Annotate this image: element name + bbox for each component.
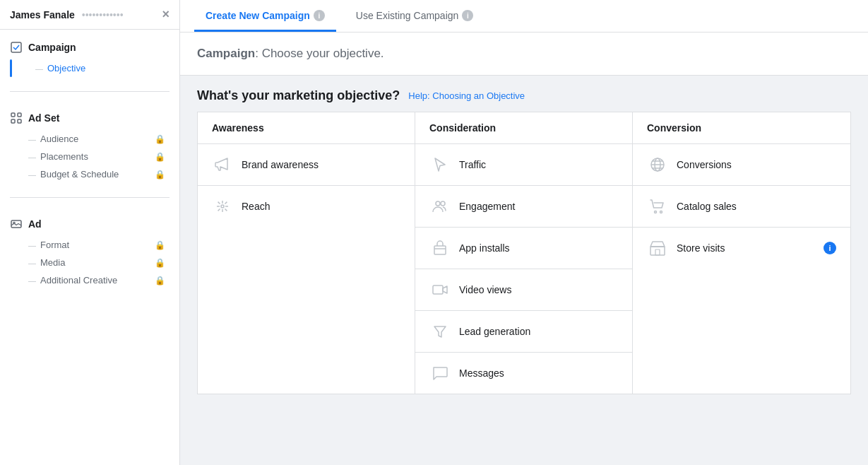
sidebar-section-ad: Ad Format 🔒 Media 🔒 Additional Creative … xyxy=(0,206,179,295)
lock-icon-budget: 🔒 xyxy=(155,170,165,179)
obj-engagement[interactable]: Engagement xyxy=(415,186,632,228)
additional-creative-label: Additional Creative xyxy=(28,275,117,286)
lock-icon-placements: 🔒 xyxy=(155,152,165,162)
objective-section-header: What's your marketing objective? Help: C… xyxy=(180,76,868,112)
sidebar-account-header[interactable]: James Fanale •••••••••••• × xyxy=(0,0,179,30)
col-header-consideration: Consideration xyxy=(415,112,633,143)
svg-line-14 xyxy=(225,202,227,204)
obj-brand-awareness[interactable]: Brand awareness xyxy=(198,144,415,186)
filter-icon xyxy=(429,321,451,342)
objective-title: What's your marketing objective? Help: C… xyxy=(197,88,851,103)
divider-1 xyxy=(10,91,170,92)
divider-2 xyxy=(10,197,170,198)
lock-icon-audience: 🔒 xyxy=(155,134,165,144)
svg-rect-28 xyxy=(650,247,665,255)
col-header-conversion: Conversion xyxy=(633,112,850,143)
traffic-label: Traffic xyxy=(459,159,486,170)
obj-reach[interactable]: Reach xyxy=(198,186,415,227)
table-header: Awareness Consideration Conversion xyxy=(198,112,850,144)
sidebar-item-format[interactable]: Format 🔒 xyxy=(10,236,170,254)
svg-rect-0 xyxy=(11,42,21,52)
people-icon xyxy=(429,196,451,217)
svg-point-26 xyxy=(655,211,657,213)
sidebar: James Fanale •••••••••••• × Campaign Obj… xyxy=(0,0,180,465)
svg-rect-4 xyxy=(18,119,21,123)
sidebar-item-media[interactable]: Media 🔒 xyxy=(10,254,170,271)
close-icon[interactable]: × xyxy=(162,7,170,22)
video-icon xyxy=(429,279,451,300)
svg-rect-30 xyxy=(655,249,660,255)
campaign-header: Campaign: Choose your objective. xyxy=(180,33,868,76)
placements-label: Placements xyxy=(28,151,88,162)
svg-rect-1 xyxy=(11,113,15,117)
svg-point-16 xyxy=(436,201,440,206)
reach-label: Reach xyxy=(242,201,270,212)
objective-table: Awareness Consideration Conversion Brand… xyxy=(197,112,851,394)
engagement-label: Engagement xyxy=(459,201,515,212)
budget-schedule-label: Budget & Schedule xyxy=(28,169,119,179)
lock-icon-media: 🔒 xyxy=(155,258,165,268)
svg-point-27 xyxy=(660,211,662,213)
lock-icon-additional: 🔒 xyxy=(155,276,165,286)
speech-bubble-icon xyxy=(429,363,451,384)
campaign-section-title: Campaign xyxy=(10,41,170,54)
obj-conversions[interactable]: Conversions xyxy=(633,144,850,186)
tab-existing-info-icon: i xyxy=(462,10,473,21)
obj-app-installs[interactable]: App installs xyxy=(415,228,632,269)
svg-point-7 xyxy=(221,205,224,208)
image-icon xyxy=(10,218,23,230)
box-icon xyxy=(429,237,451,259)
obj-store-visits[interactable]: Store visits i xyxy=(633,228,850,269)
ad-section-title: Ad xyxy=(10,218,170,230)
format-label: Format xyxy=(28,240,69,250)
audience-label: Audience xyxy=(28,134,78,144)
checkbox-icon xyxy=(10,41,23,54)
col-awareness: Brand awareness xyxy=(198,144,415,394)
reach-icon xyxy=(212,196,233,217)
obj-catalog-sales[interactable]: Catalog sales xyxy=(633,186,850,228)
tab-create-new[interactable]: Create New Campaign i xyxy=(194,0,336,32)
cursor-icon xyxy=(429,154,451,175)
account-id: •••••••••••• xyxy=(82,9,124,20)
obj-lead-generation[interactable]: Lead generation xyxy=(415,311,632,353)
sidebar-item-objective[interactable]: Objective xyxy=(10,59,170,77)
store-icon xyxy=(647,237,668,259)
cart-icon xyxy=(647,196,668,217)
sidebar-section-adset: Ad Set Audience 🔒 Placements 🔒 Budget & … xyxy=(0,100,179,189)
sidebar-section-campaign: Campaign Objective xyxy=(0,30,179,83)
messages-label: Messages xyxy=(459,367,504,379)
adset-section-title: Ad Set xyxy=(10,112,170,124)
main-content: Create New Campaign i Use Existing Campa… xyxy=(180,0,868,465)
svg-rect-20 xyxy=(433,286,443,294)
svg-line-15 xyxy=(218,209,220,211)
table-body: Brand awareness xyxy=(198,144,850,394)
tabs-bar: Create New Campaign i Use Existing Campa… xyxy=(180,0,868,33)
objective-label: Objective xyxy=(35,63,85,73)
svg-rect-18 xyxy=(434,246,446,254)
sidebar-item-budget-schedule[interactable]: Budget & Schedule 🔒 xyxy=(10,165,170,183)
col-consideration: Traffic Engagement xyxy=(415,144,633,394)
sidebar-item-placements[interactable]: Placements 🔒 xyxy=(10,148,170,165)
help-link[interactable]: Help: Choosing an Objective xyxy=(408,90,525,101)
globe-icon xyxy=(647,154,668,175)
catalog-sales-label: Catalog sales xyxy=(677,201,737,212)
media-label: Media xyxy=(28,257,65,268)
video-views-label: Video views xyxy=(459,284,511,295)
sidebar-item-audience[interactable]: Audience 🔒 xyxy=(10,130,170,148)
lock-icon-format: 🔒 xyxy=(155,240,165,250)
tab-use-existing[interactable]: Use Existing Campaign i xyxy=(345,0,485,32)
store-visits-info-icon[interactable]: i xyxy=(824,242,836,254)
obj-video-views[interactable]: Video views xyxy=(415,269,632,311)
conversions-label: Conversions xyxy=(677,159,732,170)
tab-create-info-icon: i xyxy=(314,10,325,21)
account-name: James Fanale •••••••••••• xyxy=(10,9,124,20)
svg-line-13 xyxy=(225,209,227,211)
svg-line-12 xyxy=(218,202,220,204)
app-installs-label: App installs xyxy=(459,242,510,254)
svg-rect-2 xyxy=(18,113,21,117)
obj-messages[interactable]: Messages xyxy=(415,353,632,394)
brand-awareness-label: Brand awareness xyxy=(242,159,319,170)
obj-traffic[interactable]: Traffic xyxy=(415,144,632,186)
sidebar-item-additional-creative[interactable]: Additional Creative 🔒 xyxy=(10,271,170,289)
svg-rect-3 xyxy=(11,119,15,123)
